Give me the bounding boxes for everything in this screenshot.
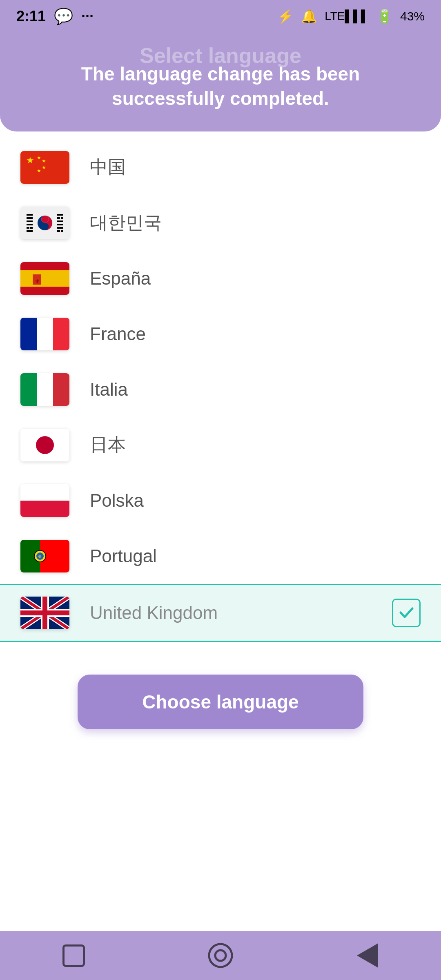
nav-square-icon xyxy=(62,944,85,967)
svg-rect-31 xyxy=(20,318,37,350)
language-name-france: France xyxy=(90,324,421,344)
svg-rect-36 xyxy=(53,373,69,406)
status-right: ⚡ 🔔 LTE▌▌▌ 🔋 43% xyxy=(277,9,425,24)
svg-text:★: ★ xyxy=(37,155,41,160)
svg-text:★: ★ xyxy=(42,165,46,170)
language-name-spain: España xyxy=(90,268,421,289)
bottom-section: Choose language xyxy=(0,650,441,762)
language-name-uk: United Kingdom xyxy=(90,603,372,623)
language-item-italy[interactable]: Italia xyxy=(0,362,441,417)
language-name-japan: 日本 xyxy=(90,433,421,457)
flag-china: ★ ★ ★ ★ ★ xyxy=(20,151,69,184)
signal-icon: LTE▌▌▌ xyxy=(325,10,369,23)
success-banner: Select language The language change has … xyxy=(0,33,441,131)
language-item-poland[interactable]: Polska xyxy=(0,473,441,528)
language-item-korea[interactable]: 대한민국 xyxy=(0,195,441,251)
flag-france xyxy=(20,318,69,350)
svg-rect-32 xyxy=(37,318,53,350)
language-list: ★ ★ ★ ★ ★ 中国 xyxy=(0,131,441,650)
flag-portugal: ⊕ xyxy=(20,540,69,572)
nav-recent-button[interactable] xyxy=(206,941,235,970)
svg-text:★: ★ xyxy=(26,155,34,165)
flag-italy xyxy=(20,373,69,406)
svg-rect-34 xyxy=(20,373,37,406)
status-left: 2:11 💬 ··· xyxy=(16,7,94,25)
language-name-portugal: Portugal xyxy=(90,546,421,566)
language-item-spain[interactable]: ⚜ España xyxy=(0,251,441,306)
language-item-uk[interactable]: United Kingdom xyxy=(0,584,441,642)
language-item-china[interactable]: ★ ★ ★ ★ ★ 中国 xyxy=(0,140,441,195)
flag-korea xyxy=(20,207,69,239)
svg-point-25 xyxy=(43,217,47,221)
check-icon xyxy=(392,599,421,627)
language-item-japan[interactable]: 日本 xyxy=(0,417,441,473)
flag-spain: ⚜ xyxy=(20,262,69,295)
nav-bar xyxy=(0,931,441,980)
flag-uk xyxy=(20,597,69,629)
svg-text:★: ★ xyxy=(37,168,41,174)
mute-icon: 🔔 xyxy=(301,9,317,24)
nav-back-button[interactable] xyxy=(353,941,382,970)
nav-home-button[interactable] xyxy=(59,941,88,970)
language-item-france[interactable]: France xyxy=(0,306,441,362)
time: 2:11 xyxy=(16,8,46,25)
language-name-china: 中国 xyxy=(90,155,421,179)
svg-point-38 xyxy=(36,436,54,454)
more-icon: ··· xyxy=(81,8,94,25)
svg-rect-54 xyxy=(20,610,69,615)
nav-circle-icon xyxy=(207,942,234,969)
language-name-italy: Italia xyxy=(90,379,421,400)
choose-language-button[interactable]: Choose language xyxy=(78,675,363,729)
svg-rect-40 xyxy=(20,501,69,517)
svg-point-56 xyxy=(215,950,226,961)
svg-point-26 xyxy=(43,225,47,228)
flag-japan xyxy=(20,429,69,461)
whatsapp-icon: 💬 xyxy=(54,7,73,25)
success-message: The language change has been successfull… xyxy=(24,62,416,111)
language-name-poland: Polska xyxy=(90,490,421,511)
svg-text:★: ★ xyxy=(42,158,46,164)
svg-text:⚜: ⚜ xyxy=(35,278,40,285)
status-bar: 2:11 💬 ··· ⚡ 🔔 LTE▌▌▌ 🔋 43% xyxy=(0,0,441,33)
language-name-korea: 대한민국 xyxy=(90,211,421,235)
language-item-portugal[interactable]: ⊕ Portugal xyxy=(0,528,441,584)
svg-rect-33 xyxy=(53,318,69,350)
nav-triangle-icon xyxy=(357,943,378,968)
battery-percent: 43% xyxy=(400,9,425,23)
svg-text:⊕: ⊕ xyxy=(38,554,41,559)
bluetooth-icon: ⚡ xyxy=(277,9,294,24)
flag-poland xyxy=(20,484,69,517)
svg-rect-35 xyxy=(37,373,53,406)
svg-rect-39 xyxy=(20,484,69,501)
svg-point-55 xyxy=(209,944,232,967)
battery-icon: 🔋 xyxy=(376,9,393,24)
svg-rect-28 xyxy=(20,270,69,287)
